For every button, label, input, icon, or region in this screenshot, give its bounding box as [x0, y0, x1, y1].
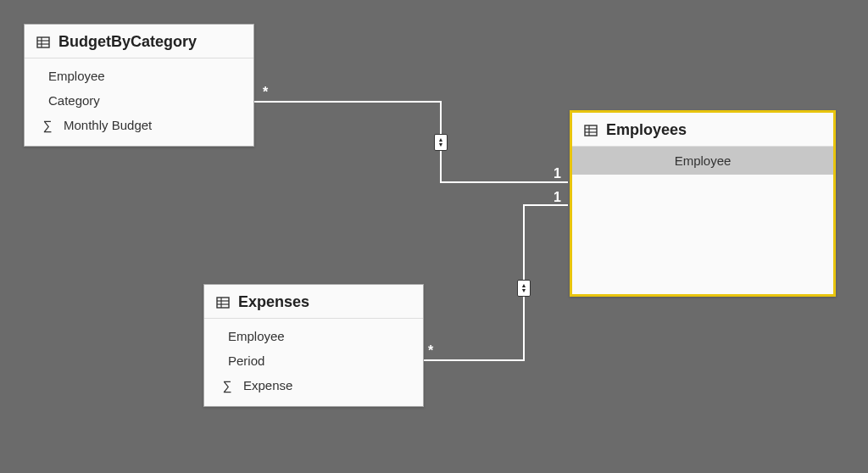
svg-rect-0 — [37, 37, 49, 47]
table-icon — [584, 124, 598, 137]
svg-rect-8 — [585, 125, 597, 136]
field-list: Employee Category ∑ Monthly Budget — [25, 58, 253, 146]
field-employee[interactable]: Employee — [25, 64, 253, 88]
svg-rect-4 — [217, 298, 229, 308]
cardinality-one: 1 — [554, 190, 561, 205]
table-title: Expenses — [238, 293, 309, 311]
table-employees[interactable]: Employees Employee — [570, 110, 836, 297]
cardinality-many: * — [428, 343, 433, 359]
cardinality-one: 1 — [554, 166, 561, 181]
field-employee[interactable]: Employee — [204, 324, 423, 348]
table-budget-by-category[interactable]: BudgetByCategory Employee Category ∑ Mon… — [24, 24, 254, 147]
field-period[interactable]: Period — [204, 348, 423, 373]
field-employee[interactable]: Employee — [572, 147, 833, 175]
sigma-icon: ∑ — [220, 378, 235, 392]
field-list: Employee Period ∑ Expense — [204, 319, 423, 406]
table-expenses[interactable]: Expenses Employee Period ∑ Expense — [203, 284, 424, 407]
sigma-icon: ∑ — [40, 118, 55, 132]
filter-direction-icon — [434, 134, 448, 151]
field-expense[interactable]: ∑ Expense — [204, 373, 423, 398]
filter-direction-icon — [517, 280, 531, 297]
table-title: Employees — [606, 121, 687, 139]
field-category[interactable]: Category — [25, 88, 253, 113]
field-list: Employee — [572, 147, 833, 175]
table-header[interactable]: Expenses — [204, 285, 423, 319]
table-icon — [36, 36, 50, 49]
table-header[interactable]: BudgetByCategory — [25, 25, 253, 58]
table-header[interactable]: Employees — [572, 113, 833, 147]
cardinality-many: * — [263, 85, 268, 100]
table-icon — [216, 296, 230, 309]
field-monthly-budget[interactable]: ∑ Monthly Budget — [25, 113, 253, 137]
table-title: BudgetByCategory — [58, 33, 197, 51]
model-canvas[interactable]: * 1 * 1 BudgetByCategory Employee Catego… — [0, 0, 868, 473]
